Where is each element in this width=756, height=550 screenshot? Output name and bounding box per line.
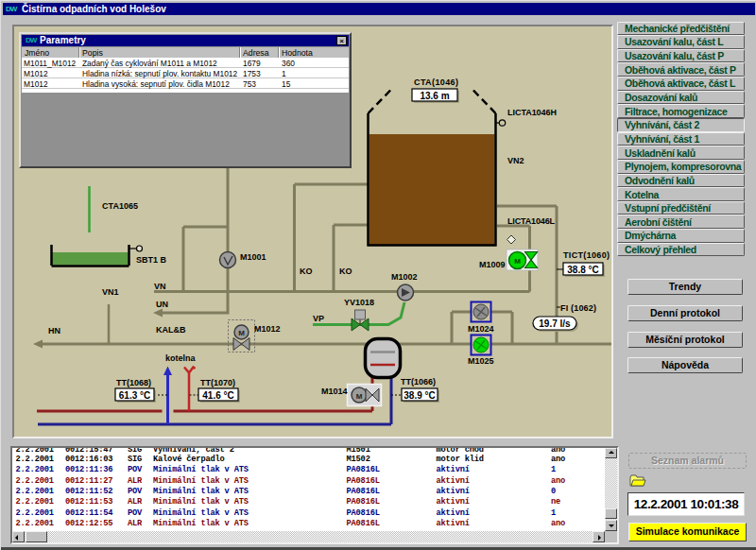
svg-text:VN: VN (154, 282, 166, 291)
svg-text:38.8 °C: 38.8 °C (567, 265, 598, 275)
svg-text:HN: HN (48, 326, 60, 335)
svg-text:M1001: M1001 (240, 252, 266, 262)
svg-text:M: M (356, 392, 363, 401)
svg-text:M1012: M1012 (254, 324, 281, 334)
svg-text:M: M (238, 329, 245, 337)
svg-text:19.7 l/s: 19.7 l/s (539, 318, 571, 329)
svg-text:41.6 °C: 41.6 °C (202, 390, 233, 401)
svg-text:M1014: M1014 (321, 387, 348, 396)
svg-text:TT(1068): TT(1068) (116, 378, 151, 387)
svg-text:KO: KO (339, 266, 352, 276)
svg-text:M1025: M1025 (468, 356, 494, 366)
svg-text:38.9 °C: 38.9 °C (404, 390, 435, 401)
svg-text:LICTA1046L: LICTA1046L (507, 216, 556, 226)
svg-text:TT(1070): TT(1070) (200, 378, 235, 387)
svg-text:YV1018: YV1018 (344, 298, 374, 307)
svg-text:UN: UN (156, 300, 168, 309)
svg-text:TICT(1060): TICT(1060) (563, 250, 610, 260)
svg-text:M1024: M1024 (468, 324, 494, 334)
svg-text:CTA(1046): CTA(1046) (414, 77, 458, 87)
svg-text:61.3 °C: 61.3 °C (119, 390, 150, 401)
svg-text:CTA1065: CTA1065 (102, 201, 138, 211)
svg-text:M1002: M1002 (391, 272, 418, 282)
svg-text:VN2: VN2 (507, 156, 524, 165)
svg-text:kotelna: kotelna (165, 353, 197, 363)
svg-text:KO: KO (300, 266, 313, 276)
svg-text:M: M (514, 257, 521, 266)
svg-text:VN1: VN1 (102, 287, 119, 297)
svg-text:KAL&B: KAL&B (156, 325, 186, 335)
svg-text:TT(1066): TT(1066) (401, 377, 436, 387)
svg-text:FI (1062): FI (1062) (560, 303, 596, 313)
svg-text:LICTA1046H: LICTA1046H (507, 108, 557, 117)
svg-text:M1009: M1009 (479, 260, 506, 269)
svg-text:VP: VP (313, 314, 324, 323)
svg-text:13.6 m: 13.6 m (420, 91, 449, 101)
svg-text:SBT1 B: SBT1 B (136, 255, 167, 265)
